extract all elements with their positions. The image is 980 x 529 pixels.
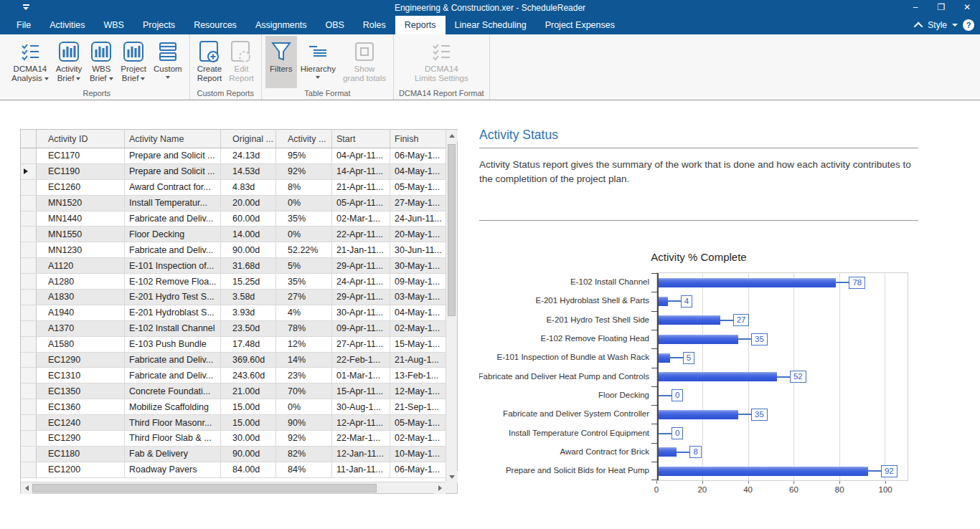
style-dropdown-icon[interactable] — [952, 24, 958, 27]
table-cell: 24.13d — [221, 148, 276, 163]
chart-bar[interactable] — [659, 315, 720, 325]
bar-chart-icon — [58, 39, 80, 65]
chart-bar[interactable] — [659, 410, 738, 419]
wbs-brief-button[interactable]: WBS Brief — [85, 36, 117, 88]
table-cell: A1370 — [37, 321, 125, 336]
row-selector-cell — [21, 353, 37, 368]
horizontal-scroll-thumb[interactable] — [32, 484, 377, 492]
table-row[interactable]: EC1190Prepare and Solicit ...14.53d92%14… — [21, 164, 457, 180]
chart-bar[interactable] — [659, 335, 738, 344]
tab-file[interactable]: File — [7, 16, 40, 34]
table-cell: 29-Apr-11... — [332, 290, 390, 305]
chart-bar[interactable] — [659, 353, 670, 363]
row-selector-cell — [21, 305, 37, 320]
table-row[interactable]: MN1550Floor Decking14.00d0%22-Apr-11...2… — [21, 227, 457, 242]
column-header[interactable]: Original ... — [221, 130, 276, 148]
tab-activities[interactable]: Activities — [40, 16, 94, 34]
chart-bar[interactable] — [659, 467, 868, 476]
column-header[interactable]: Finish — [390, 130, 447, 148]
table-cell: 90.00d — [221, 447, 276, 462]
help-icon[interactable]: ? — [963, 19, 974, 31]
table-cell: 21-Jan-11... — [332, 242, 390, 257]
table-row[interactable]: EC1360Mobilize Scaffolding15.00d0%30-Aug… — [21, 399, 457, 415]
scroll-right-icon[interactable] — [434, 482, 446, 494]
table-row[interactable]: A1370E-102 Install Channel23.50d78%09-Ap… — [21, 321, 457, 337]
column-header[interactable]: Activity ID — [37, 130, 125, 148]
selected-row-marker-icon — [24, 168, 28, 174]
tab-obs[interactable]: OBS — [316, 16, 353, 34]
chart-bar[interactable] — [659, 278, 836, 287]
category-label: Floor Decking — [479, 386, 656, 404]
table-row[interactable]: MN1230Fabricate and Deliv...90.00d52.22%… — [21, 242, 457, 258]
table-row[interactable]: A1580E-103 Push Bundle17.48d12%27-Apr-11… — [21, 337, 457, 353]
table-cell: 31.68d — [221, 258, 276, 273]
minimize-button[interactable]: – — [903, 0, 928, 16]
tab-roles[interactable]: Roles — [354, 16, 395, 34]
table-cell: 35% — [276, 274, 332, 289]
table-row[interactable]: MN1520Install Temperatur...20.00d0%05-Ap… — [21, 196, 457, 211]
scroll-left-icon[interactable] — [21, 482, 32, 494]
table-cell: 4% — [276, 305, 332, 320]
create-report-button[interactable]: Create Report — [194, 36, 226, 88]
filters-button[interactable]: Filters — [265, 36, 297, 88]
bar-value-label: 35 — [751, 409, 768, 421]
create-report-icon — [198, 39, 221, 65]
leader-line — [777, 376, 790, 378]
table-row[interactable]: A1830E-201 Hydro Test S...3.58d27%29-Apr… — [21, 290, 457, 305]
custom-report-button[interactable]: Custom — [150, 36, 186, 88]
activity-brief-button[interactable]: Activity Brief — [52, 36, 85, 88]
table-cell: MN1520 — [37, 196, 125, 211]
vertical-scrollbar[interactable] — [446, 130, 457, 482]
table-cell: E-201 Hydro Test S... — [125, 290, 221, 305]
table-row[interactable]: EC1290Third Floor Slab & ...30.00d92%22-… — [21, 431, 457, 447]
table-row[interactable]: EC1260Award Contract for...4.83d8%21-Apr… — [21, 180, 457, 196]
tab-reports[interactable]: Reports — [395, 16, 446, 34]
collapse-ribbon-icon[interactable] — [914, 22, 923, 31]
chart-bar[interactable] — [659, 447, 677, 457]
table-row[interactable]: EC1350Concrete Foundati...21.00d70%15-Ap… — [21, 383, 457, 399]
chart-bar[interactable] — [659, 372, 777, 381]
restore-button[interactable]: ❐ — [928, 0, 954, 16]
table-row[interactable]: EC1290Fabricate and Deliv...369.60d14%22… — [21, 353, 457, 368]
table-row[interactable]: EC1180Fab & Delivery90.00d82%12-Jan-11..… — [21, 447, 457, 462]
x-axis-tick — [656, 481, 657, 484]
row-selector-cell — [21, 290, 37, 305]
scroll-down-icon[interactable] — [446, 471, 458, 482]
table-row[interactable]: EC1170Prepare and Solicit ...24.13d95%04… — [21, 148, 457, 164]
tab-wbs[interactable]: WBS — [94, 16, 133, 34]
table-row[interactable]: A1940E-201 Hydroblast S...3.93d4%30-Apr-… — [21, 305, 457, 321]
tab-assignments[interactable]: Assignments — [246, 16, 316, 34]
table-cell: 84.00d — [221, 462, 276, 477]
table-cell: MN1550 — [37, 227, 125, 242]
column-header[interactable]: Activity Name — [125, 130, 221, 148]
table-row[interactable]: A1280E-102 Remove Floa...15.25d35%24-Apr… — [21, 274, 457, 290]
column-header[interactable]: Start — [332, 130, 390, 148]
table-row[interactable]: MN1440Fabricate and Deliv...60.00d35%02-… — [21, 211, 457, 227]
table-row[interactable]: A1120E-101 Inspection of...31.68d5%29-Ap… — [21, 258, 457, 274]
x-axis-label: 80 — [835, 485, 844, 494]
project-brief-button[interactable]: Project Brief — [117, 36, 150, 88]
hierarchy-button[interactable]: Hierarchy — [297, 36, 339, 88]
tab-linear-scheduling[interactable]: Linear Scheduling — [446, 16, 536, 34]
scroll-up-icon[interactable] — [446, 130, 458, 141]
style-menu[interactable]: Style — [928, 20, 947, 30]
table-row[interactable]: EC1240Third Floor Masonr...15.00d90%12-A… — [21, 415, 457, 431]
horizontal-scrollbar[interactable] — [21, 482, 446, 493]
dcma14-analysis-button[interactable]: DCMA14 Analysis — [8, 36, 52, 88]
tab-project-expenses[interactable]: Project Expenses — [536, 16, 624, 34]
close-button[interactable]: ✕ — [954, 0, 980, 16]
category-label: Install Temperature Control Equipment — [479, 423, 656, 442]
table-row[interactable]: EC1310Fabricate and Deliv...243.60d23%01… — [21, 368, 457, 383]
table-cell: A1830 — [37, 290, 125, 305]
chart-row: 8 — [657, 443, 908, 462]
table-cell: 369.60d — [221, 353, 276, 368]
column-header[interactable]: Activity ... — [276, 130, 332, 148]
tab-resources[interactable]: Resources — [184, 16, 246, 34]
chart-bar[interactable] — [659, 297, 668, 306]
chart-row: 78 — [657, 273, 908, 292]
tab-projects[interactable]: Projects — [133, 16, 184, 34]
table-row[interactable]: EC1200Roadway Pavers84.00d84%11-Jan-11..… — [21, 462, 457, 478]
table-cell: 30-May-1... — [390, 258, 447, 273]
leader-line — [668, 300, 681, 302]
vertical-scroll-thumb[interactable] — [448, 144, 456, 316]
